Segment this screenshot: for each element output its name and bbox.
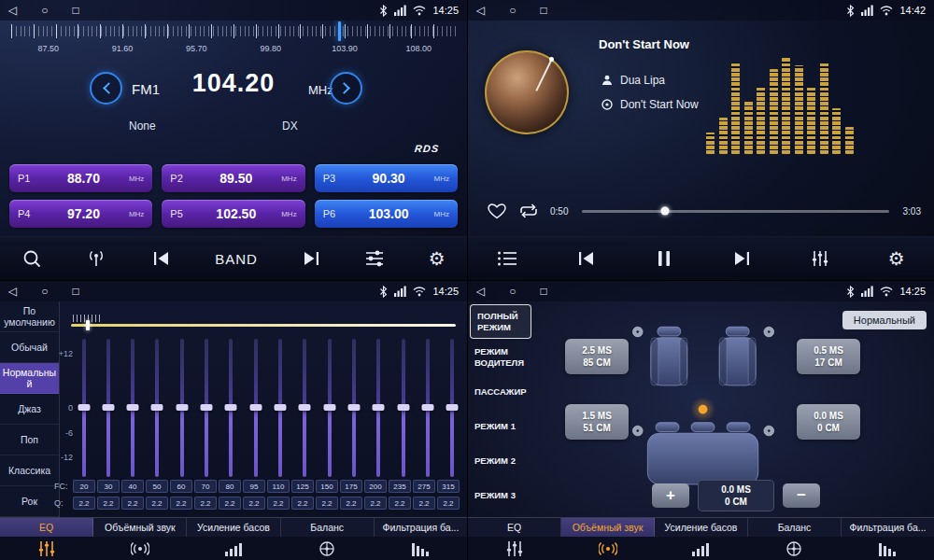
band-button[interactable]: BAND	[215, 251, 258, 267]
tab-balance[interactable]: Баланс	[748, 518, 842, 537]
master-slider[interactable]	[71, 324, 456, 327]
slider-knob[interactable]	[78, 404, 90, 411]
tab-bass-boost[interactable]: Усиление басов	[187, 518, 280, 537]
slider-knob[interactable]	[373, 404, 385, 411]
back-icon[interactable]: ◁	[8, 281, 17, 301]
settings-gear-icon[interactable]: ⚙	[888, 249, 905, 268]
eq-sliders-icon[interactable]	[468, 537, 561, 560]
mode-3[interactable]: РЕЖИМ 3	[468, 478, 533, 512]
home-icon[interactable]: ○	[41, 281, 48, 301]
back-icon[interactable]: ◁	[476, 0, 485, 21]
eq-band-slider[interactable]	[298, 339, 312, 477]
progress-knob[interactable]	[661, 207, 670, 216]
balance-icon[interactable]	[747, 537, 841, 560]
listening-position-dot[interactable]	[699, 405, 708, 414]
tune-down-button[interactable]	[90, 72, 122, 105]
surround-icon[interactable]	[93, 537, 187, 560]
mode-1[interactable]: РЕЖИМ 1	[468, 409, 533, 443]
previous-icon[interactable]	[151, 249, 172, 268]
slider-knob[interactable]	[249, 404, 262, 411]
eq-band-slider[interactable]	[347, 339, 361, 477]
tab-bass-boost[interactable]: Усиление басов	[655, 518, 748, 537]
tab-surround[interactable]: Объёмный звук	[93, 518, 187, 537]
mode-passenger[interactable]: ПАССАЖИР	[468, 374, 533, 409]
settings-gear-icon[interactable]: ⚙	[429, 249, 446, 268]
eq-sliders-icon[interactable]	[0, 537, 93, 560]
mode-full[interactable]: ПОЛНЫЙ РЕЖИМ	[470, 304, 531, 339]
tab-balance[interactable]: Баланс	[281, 518, 375, 537]
mode-2[interactable]: РЕЖИМ 2	[468, 443, 533, 478]
surround-icon[interactable]	[561, 537, 655, 560]
delay-rear-left[interactable]: 1.5 MS 51 CM	[565, 404, 629, 440]
master-slider-knob[interactable]	[86, 320, 90, 330]
bass-boost-icon[interactable]	[655, 537, 748, 560]
slider-knob[interactable]	[348, 404, 361, 411]
tab-filter[interactable]: Фильтрация ба...	[375, 518, 467, 537]
heart-icon[interactable]	[487, 203, 507, 220]
tab-eq[interactable]: EQ	[468, 518, 561, 537]
balance-icon[interactable]	[280, 537, 374, 560]
eq-preset-classic[interactable]: Классика	[0, 455, 59, 486]
preset-button-p4[interactable]: P4 97.20 MHz	[9, 200, 152, 228]
slider-knob[interactable]	[323, 404, 335, 411]
next-icon[interactable]	[301, 249, 321, 268]
dx-mode-label[interactable]: DX	[282, 119, 298, 133]
preset-button-p1[interactable]: P1 88.70 MHz	[9, 164, 152, 192]
slider-knob[interactable]	[225, 404, 237, 411]
filter-icon[interactable]	[374, 537, 467, 560]
eq-band-slider[interactable]	[248, 339, 262, 477]
preset-button-p2[interactable]: P2 89.50 MHz	[162, 164, 304, 192]
back-icon[interactable]: ◁	[8, 0, 17, 21]
eq-preset-jazz[interactable]: Джаз	[0, 394, 59, 425]
back-icon[interactable]: ◁	[476, 281, 485, 301]
eq-band-slider[interactable]	[126, 339, 140, 477]
delay-rear-right[interactable]: 0.0 MS 0 CM	[797, 404, 860, 440]
slider-knob[interactable]	[151, 404, 163, 411]
increase-delay-button[interactable]: +	[652, 483, 689, 508]
preset-button-p3[interactable]: P3 90.30 MHz	[315, 164, 458, 192]
repeat-icon[interactable]	[517, 203, 540, 218]
recents-icon[interactable]: □	[540, 0, 546, 21]
eq-band-slider[interactable]	[322, 339, 336, 477]
bass-boost-icon[interactable]	[187, 537, 280, 560]
slider-knob[interactable]	[299, 404, 311, 411]
eq-preset-custom[interactable]: Обычай	[0, 332, 59, 363]
slider-knob[interactable]	[102, 404, 114, 411]
eq-preset-rock[interactable]: Рок	[0, 486, 59, 517]
eq-preset-pop[interactable]: Поп	[0, 425, 59, 455]
preset-button-p5[interactable]: P5 102.50 MHz	[162, 200, 304, 228]
eq-band-slider[interactable]	[274, 339, 288, 477]
eq-band-slider[interactable]	[175, 339, 189, 477]
search-icon[interactable]	[21, 248, 42, 269]
next-icon[interactable]	[731, 249, 752, 268]
slider-knob[interactable]	[446, 404, 459, 411]
frequency-pointer[interactable]	[338, 21, 341, 41]
eq-band-slider[interactable]	[421, 339, 435, 477]
eq-band-slider[interactable]	[372, 339, 386, 477]
recents-icon[interactable]: □	[72, 0, 78, 21]
sound-preset-button[interactable]: Нормальный	[842, 311, 927, 329]
slider-knob[interactable]	[201, 404, 213, 411]
home-icon[interactable]: ○	[509, 0, 516, 21]
slider-knob[interactable]	[422, 404, 434, 411]
eq-band-slider[interactable]	[396, 339, 410, 477]
eq-band-slider[interactable]	[446, 339, 460, 477]
eq-preset-normal[interactable]: Нормальный	[0, 363, 59, 394]
delay-front-right[interactable]: 0.5 MS 17 CM	[797, 339, 860, 374]
eq-preset-default[interactable]: По умолчанию	[0, 301, 59, 332]
previous-icon[interactable]	[576, 249, 597, 268]
scan-antenna-icon[interactable]	[85, 248, 107, 269]
eq-band-slider[interactable]	[200, 339, 214, 477]
decrease-delay-button[interactable]: −	[783, 483, 820, 508]
recents-icon[interactable]: □	[72, 281, 78, 301]
eq-band-slider[interactable]	[101, 339, 115, 477]
eq-band-slider[interactable]	[150, 339, 164, 477]
eq-band-slider[interactable]	[77, 339, 91, 477]
mode-driver[interactable]: РЕЖИМ ВОДИТЕЛЯ	[468, 340, 533, 374]
eq-band-slider[interactable]	[224, 339, 238, 477]
progress-bar[interactable]	[582, 210, 888, 213]
recents-icon[interactable]: □	[540, 281, 546, 301]
tuner-sliders-icon[interactable]	[364, 249, 385, 268]
tab-eq[interactable]: EQ	[0, 518, 93, 537]
frequency-scale[interactable]: 87.50 91.60 95.70 99.80 103.90 108.00	[11, 24, 456, 58]
